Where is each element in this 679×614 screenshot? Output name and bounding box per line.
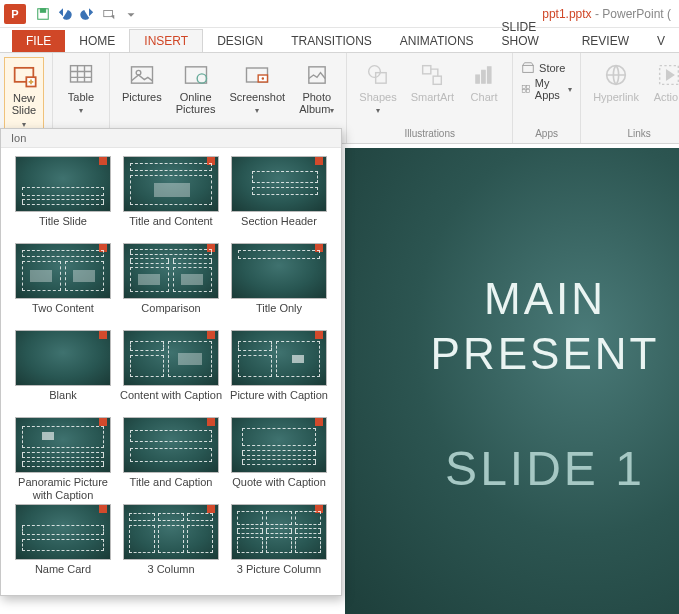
layout-comparison[interactable]: Comparison <box>119 243 223 328</box>
smartart-button[interactable]: SmartArt <box>407 57 458 103</box>
photo-album-label: Photo Album▾ <box>299 91 334 116</box>
new-slide-icon <box>10 62 38 90</box>
layout-3-picture-column[interactable]: 3 Picture Column <box>227 504 331 589</box>
undo-icon[interactable] <box>54 3 76 25</box>
photo-album-icon <box>303 61 331 89</box>
svg-rect-23 <box>522 90 525 93</box>
smartart-label: SmartArt <box>411 91 454 103</box>
screenshot-button[interactable]: Screenshot▾ <box>226 57 290 116</box>
window-title: ppt1.pptx - PowerPoint ( <box>142 7 675 21</box>
smartart-icon <box>418 61 446 89</box>
action-label: Action <box>654 91 679 103</box>
workspace: MAINPRESENT SLIDE 1 Ion Title Slide Titl… <box>0 144 679 614</box>
qat-customize-icon[interactable] <box>120 3 142 25</box>
tab-review[interactable]: REVIEW <box>568 30 643 52</box>
screenshot-label: Screenshot▾ <box>230 91 286 116</box>
layout-title-and-content[interactable]: Title and Content <box>119 156 223 241</box>
screenshot-icon <box>243 61 271 89</box>
svg-rect-24 <box>527 90 530 93</box>
pictures-button[interactable]: Pictures <box>118 57 166 103</box>
tab-design[interactable]: DESIGN <box>203 30 277 52</box>
svg-point-13 <box>369 66 381 78</box>
layout-two-content[interactable]: Two Content <box>11 243 115 328</box>
layout-quote-with-caption[interactable]: Quote with Caption <box>227 417 331 502</box>
new-slide-button[interactable]: New Slide ▾ <box>4 57 44 131</box>
redo-icon[interactable] <box>76 3 98 25</box>
layout-title-slide[interactable]: Title Slide <box>11 156 115 241</box>
action-icon <box>655 61 679 89</box>
tab-home[interactable]: HOME <box>65 30 129 52</box>
hyperlink-icon <box>602 61 630 89</box>
svg-rect-22 <box>527 85 530 88</box>
layout-grid: Title Slide Title and Content Section He… <box>1 148 341 595</box>
hyperlink-button[interactable]: Hyperlink <box>589 57 643 103</box>
tab-transitions[interactable]: TRANSITIONS <box>277 30 386 52</box>
svg-rect-17 <box>476 75 480 83</box>
group-links-label: Links <box>589 128 679 141</box>
layout-theme-name: Ion <box>1 129 341 148</box>
svg-rect-20 <box>523 65 534 72</box>
slide-canvas[interactable]: MAINPRESENT SLIDE 1 <box>345 148 679 614</box>
chart-icon <box>470 61 498 89</box>
layout-title-and-caption[interactable]: Title and Caption <box>119 417 223 502</box>
table-icon <box>67 61 95 89</box>
layout-section-header[interactable]: Section Header <box>227 156 331 241</box>
store-label: Store <box>539 62 565 74</box>
shapes-button[interactable]: Shapes▾ <box>355 57 400 116</box>
layout-content-with-caption[interactable]: Content with Caption <box>119 330 223 415</box>
svg-rect-21 <box>522 85 525 88</box>
new-slide-layout-menu: Ion Title Slide Title and Content <box>0 128 342 596</box>
layout-3-column[interactable]: 3 Column <box>119 504 223 589</box>
my-apps-label: My Apps <box>535 77 564 101</box>
layout-panoramic-picture-with-caption[interactable]: Panoramic Picture with Caption <box>11 417 115 502</box>
slide-subtitle: SLIDE 1 <box>445 441 645 496</box>
group-apps-label: Apps <box>521 128 572 141</box>
start-from-beginning-icon[interactable] <box>98 3 120 25</box>
svg-rect-18 <box>482 70 486 83</box>
table-label: Table▾ <box>68 91 94 116</box>
svg-rect-8 <box>185 67 206 83</box>
chart-button[interactable]: Chart <box>464 57 504 103</box>
powerpoint-icon: P <box>4 4 26 24</box>
my-apps-button[interactable]: My Apps ▾ <box>521 77 572 101</box>
shapes-icon <box>364 61 392 89</box>
layout-name-card[interactable]: Name Card <box>11 504 115 589</box>
online-pictures-icon <box>182 61 210 89</box>
layout-title-only[interactable]: Title Only <box>227 243 331 328</box>
new-slide-label: New Slide ▾ <box>9 92 39 130</box>
tab-slideshow[interactable]: SLIDE SHOW <box>488 16 568 52</box>
svg-rect-16 <box>434 76 442 84</box>
layout-picture-with-caption[interactable]: Picture with Caption <box>227 330 331 415</box>
action-button[interactable]: Action <box>649 57 679 103</box>
store-button[interactable]: Store <box>521 61 572 75</box>
shapes-label: Shapes▾ <box>359 91 396 116</box>
online-pictures-label: Online Pictures <box>176 91 216 115</box>
svg-rect-1 <box>40 8 45 12</box>
hyperlink-label: Hyperlink <box>593 91 639 103</box>
pictures-icon <box>128 61 156 89</box>
photo-album-button[interactable]: Photo Album▾ <box>295 57 338 116</box>
tab-animations[interactable]: ANIMATIONS <box>386 30 488 52</box>
svg-rect-19 <box>488 67 492 83</box>
table-button[interactable]: Table▾ <box>61 57 101 116</box>
group-illustrations-label: Illustrations <box>355 128 504 141</box>
ribbon-tabs: FILE HOME INSERT DESIGN TRANSITIONS ANIM… <box>0 28 679 52</box>
title-bar: P ppt1.pptx - PowerPoint ( <box>0 0 679 28</box>
layout-blank[interactable]: Blank <box>11 330 115 415</box>
tab-view[interactable]: V <box>643 30 679 52</box>
svg-rect-6 <box>131 67 152 83</box>
online-pictures-button[interactable]: Online Pictures <box>172 57 220 115</box>
slide-title: MAINPRESENT <box>431 271 660 381</box>
tab-file[interactable]: FILE <box>12 30 65 52</box>
save-icon[interactable] <box>32 3 54 25</box>
app-name: PowerPoint ( <box>602 7 671 21</box>
svg-rect-14 <box>376 73 387 84</box>
svg-point-9 <box>197 74 206 83</box>
pictures-label: Pictures <box>122 91 162 103</box>
tab-insert[interactable]: INSERT <box>129 29 203 52</box>
svg-rect-15 <box>423 66 431 74</box>
svg-rect-5 <box>71 66 92 82</box>
chart-label: Chart <box>471 91 498 103</box>
